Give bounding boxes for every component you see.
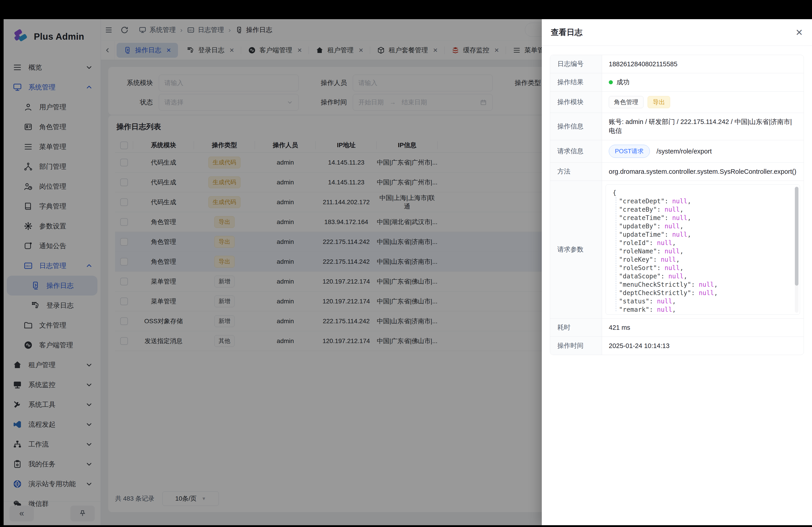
json-line: "createBy": null, bbox=[613, 205, 791, 214]
json-line: "menuCheckStrictly": null, bbox=[613, 281, 791, 289]
detail-value: 2025-01-24 10:14:13 bbox=[602, 337, 804, 355]
json-line: "dataScope": null, bbox=[613, 272, 791, 281]
detail-row-操作结果: 操作结果成功 bbox=[550, 73, 804, 91]
app-window: Plus Admin 概览系统管理用户管理角色管理菜单管理部门管理岗位管理字典管… bbox=[4, 19, 812, 525]
post-method-tag: POST请求 bbox=[609, 145, 650, 158]
detail-row-请求参数: 请求参数{"createDept": null,"createBy": null… bbox=[550, 181, 804, 318]
detail-value: 421 ms bbox=[602, 318, 804, 336]
success-dot-icon bbox=[609, 80, 613, 84]
json-line: { bbox=[613, 189, 791, 197]
json-line: "roleKey": null, bbox=[613, 255, 791, 264]
detail-label: 方法 bbox=[550, 163, 602, 181]
detail-row-耗时: 耗时421 ms bbox=[550, 318, 804, 337]
detail-value: 成功 bbox=[602, 73, 804, 91]
detail-row-请求信息: 请求信息POST请求/system/role/export bbox=[550, 140, 804, 163]
json-line: "remark": null, bbox=[613, 305, 791, 314]
detail-row-操作时间: 操作时间2025-01-24 10:14:13 bbox=[550, 337, 804, 355]
detail-value: POST请求/system/role/export bbox=[602, 140, 804, 162]
detail-label: 请求参数 bbox=[550, 181, 602, 318]
request-url: /system/role/export bbox=[656, 148, 712, 155]
detail-row-操作模块: 操作模块角色管理导出 bbox=[550, 91, 804, 113]
json-line: "roleSort": null, bbox=[613, 264, 791, 272]
json-line: "createTime": null, bbox=[613, 214, 791, 222]
detail-value: 账号: admin / 研发部门 / 222.175.114.242 / 中国|… bbox=[602, 113, 804, 140]
log-descriptions: 日志编号1882612840802115585操作结果成功操作模块角色管理导出操… bbox=[550, 55, 804, 355]
detail-label: 耗时 bbox=[550, 318, 602, 336]
detail-row-方法: 方法org.dromara.system.controller.system.S… bbox=[550, 163, 804, 181]
scrollbar-thumb[interactable] bbox=[795, 187, 798, 286]
detail-label: 请求信息 bbox=[550, 140, 602, 162]
drawer-body: 日志编号1882612840802115585操作结果成功操作模块角色管理导出操… bbox=[542, 46, 812, 364]
detail-value: {"createDept": null,"createBy": null,"cr… bbox=[602, 181, 804, 318]
detail-label: 操作模块 bbox=[550, 91, 602, 113]
json-line: "updateTime": null, bbox=[613, 230, 791, 239]
request-params-code-block[interactable]: {"createDept": null,"createBy": null,"cr… bbox=[606, 184, 800, 315]
detail-value: 角色管理导出 bbox=[602, 91, 804, 113]
module-tag: 导出 bbox=[648, 96, 670, 108]
detail-label: 操作时间 bbox=[550, 337, 602, 355]
json-line: "deptCheckStrictly": null, bbox=[613, 289, 791, 297]
drawer-title: 查看日志 bbox=[551, 27, 582, 37]
drawer-header: 查看日志 ✕ bbox=[542, 19, 812, 46]
detail-label: 操作信息 bbox=[550, 113, 602, 140]
indent-guide bbox=[616, 197, 616, 311]
status-text: 成功 bbox=[617, 78, 629, 87]
detail-row-操作信息: 操作信息账号: admin / 研发部门 / 222.175.114.242 /… bbox=[550, 113, 804, 140]
detail-row-日志编号: 日志编号1882612840802115585 bbox=[550, 55, 804, 73]
detail-label: 操作结果 bbox=[550, 73, 602, 91]
json-line: "createDept": null, bbox=[613, 197, 791, 205]
detail-value: org.dromara.system.controller.system.Sys… bbox=[602, 163, 804, 181]
module-tag: 角色管理 bbox=[609, 96, 643, 108]
detail-label: 日志编号 bbox=[550, 55, 602, 73]
json-line: "updateBy": null, bbox=[613, 222, 791, 230]
detail-value: 1882612840802115585 bbox=[602, 55, 804, 73]
log-detail-drawer: 查看日志 ✕ 日志编号1882612840802115585操作结果成功操作模块… bbox=[542, 19, 812, 525]
json-line: "roleId": null, bbox=[613, 239, 791, 247]
json-line: "roleName": null, bbox=[613, 247, 791, 255]
json-line: "status": null, bbox=[613, 297, 791, 305]
close-icon[interactable]: ✕ bbox=[795, 28, 803, 37]
